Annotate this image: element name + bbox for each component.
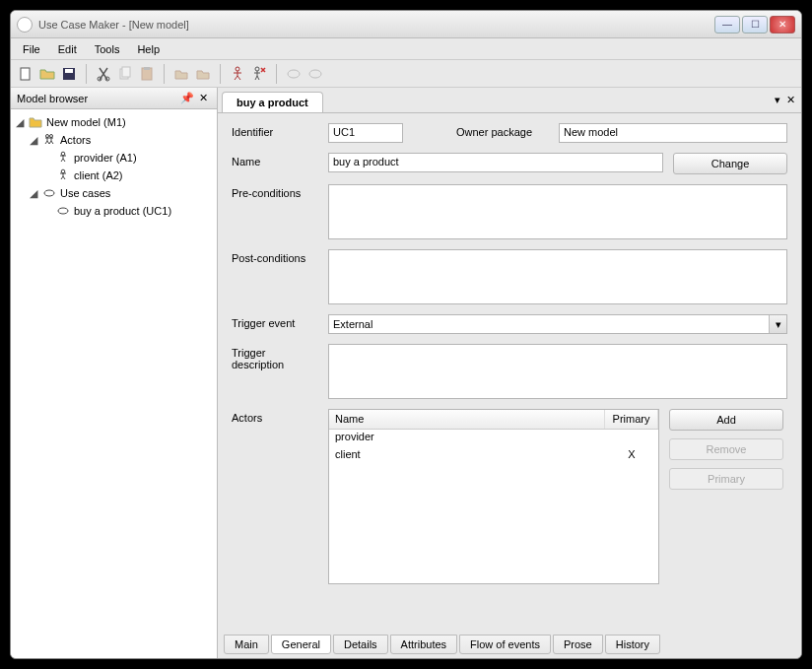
label-owner-package: Owner package xyxy=(456,123,549,138)
owner-package-field[interactable]: New model xyxy=(559,123,787,143)
actor-icon xyxy=(56,168,70,182)
close-button[interactable]: ✕ xyxy=(770,16,795,33)
primary-button: Primary xyxy=(669,468,783,490)
trigger-event-select[interactable]: External ▾ xyxy=(328,314,787,334)
folder-icon xyxy=(29,115,42,129)
actor-icon[interactable] xyxy=(229,65,246,83)
menu-edit[interactable]: Edit xyxy=(52,41,83,57)
tree-expander[interactable]: ◢ xyxy=(15,116,25,129)
svg-rect-0 xyxy=(21,68,30,80)
grid-cell-name[interactable]: provider xyxy=(329,430,605,447)
svg-point-11 xyxy=(288,70,300,78)
change-button[interactable]: Change xyxy=(673,153,787,174)
grid-header-primary[interactable]: Primary xyxy=(605,410,658,429)
menu-file[interactable]: File xyxy=(17,41,46,57)
svg-point-12 xyxy=(309,70,321,78)
tree-expander[interactable]: ◢ xyxy=(29,187,38,200)
copy-icon[interactable] xyxy=(116,65,134,83)
tab-attributes[interactable]: Attributes xyxy=(390,635,457,654)
label-actors: Actors xyxy=(232,409,318,424)
name-field[interactable]: buy a product xyxy=(328,153,663,172)
sidebar-close-icon[interactable]: ✕ xyxy=(195,91,211,106)
package-icon[interactable] xyxy=(172,65,190,83)
postconditions-textarea[interactable] xyxy=(328,249,787,304)
toolbar xyxy=(11,60,801,88)
menu-help[interactable]: Help xyxy=(131,41,166,57)
main-tab[interactable]: buy a product xyxy=(222,92,323,112)
tab-close-icon[interactable]: ✕ xyxy=(786,94,795,106)
usecase-icon xyxy=(42,186,56,200)
usecase-icon xyxy=(56,204,70,218)
actors-grid[interactable]: Name Primary provider client X xyxy=(328,409,659,584)
actors-icon xyxy=(42,133,56,147)
svg-rect-8 xyxy=(144,67,150,70)
trigger-description-textarea[interactable] xyxy=(328,344,787,399)
tab-prose[interactable]: Prose xyxy=(553,635,603,654)
svg-rect-2 xyxy=(65,69,73,73)
menu-tools[interactable]: Tools xyxy=(89,41,126,57)
label-postconditions: Post-conditions xyxy=(232,249,318,264)
tab-history[interactable]: History xyxy=(605,635,660,654)
maximize-button[interactable]: ☐ xyxy=(742,16,768,33)
sidebar-title: Model browser xyxy=(17,93,179,104)
package2-icon[interactable] xyxy=(194,65,212,83)
svg-point-18 xyxy=(58,208,68,214)
label-preconditions: Pre-conditions xyxy=(232,184,318,199)
svg-point-9 xyxy=(236,67,239,71)
identifier-field[interactable]: UC1 xyxy=(328,123,403,143)
menu-bar: File Edit Tools Help xyxy=(11,38,801,60)
tab-general[interactable]: General xyxy=(271,635,331,654)
window-title: Use Case Maker - [New model] xyxy=(38,19,714,31)
grid-header-name[interactable]: Name xyxy=(329,410,605,429)
trigger-event-value: External xyxy=(333,318,372,330)
grid-cell-primary[interactable]: X xyxy=(605,447,658,465)
usecase-icon[interactable] xyxy=(285,65,303,83)
tree-expander[interactable]: ◢ xyxy=(29,134,38,147)
delete-actor-icon[interactable] xyxy=(250,65,268,83)
open-icon[interactable] xyxy=(38,65,56,83)
label-trigger-event: Trigger event xyxy=(232,314,318,329)
remove-button: Remove xyxy=(669,438,783,460)
grid-cell-name[interactable]: client xyxy=(329,447,605,465)
tree-node-actors[interactable]: Actors xyxy=(60,134,91,146)
usecase2-icon[interactable] xyxy=(306,65,324,83)
svg-point-17 xyxy=(44,190,54,196)
svg-point-10 xyxy=(255,67,259,71)
tab-dropdown-icon[interactable]: ▾ xyxy=(775,94,780,106)
label-name: Name xyxy=(232,153,318,167)
label-trigger-description: Trigger description xyxy=(232,344,318,370)
add-button[interactable]: Add xyxy=(669,409,783,431)
minimize-button[interactable]: — xyxy=(714,16,740,33)
tree-node-actor-client[interactable]: client (A2) xyxy=(74,169,123,181)
preconditions-textarea[interactable] xyxy=(328,184,787,239)
new-icon[interactable] xyxy=(17,65,34,83)
model-browser-tree[interactable]: ◢ New model (M1) ◢ Actors provider (A1) … xyxy=(11,109,217,658)
cut-icon[interactable] xyxy=(95,65,112,83)
dropdown-icon[interactable]: ▾ xyxy=(769,315,786,333)
tree-node-uc1[interactable]: buy a product (UC1) xyxy=(74,205,171,217)
label-identifier: Identifier xyxy=(232,123,318,138)
bottom-tabs: Main General Details Attributes Flow of … xyxy=(218,633,801,658)
tree-node-usecases[interactable]: Use cases xyxy=(60,187,110,199)
pin-icon[interactable]: 📌 xyxy=(179,91,195,106)
tree-node-actor-provider[interactable]: provider (A1) xyxy=(74,152,137,164)
tab-flow[interactable]: Flow of events xyxy=(459,635,551,654)
svg-rect-6 xyxy=(122,67,130,77)
app-icon xyxy=(17,17,33,33)
tree-node-model[interactable]: New model (M1) xyxy=(46,116,126,128)
tab-main[interactable]: Main xyxy=(224,635,269,654)
grid-cell-primary[interactable] xyxy=(605,430,658,447)
save-icon[interactable] xyxy=(60,65,78,83)
actor-icon xyxy=(56,151,70,165)
tab-details[interactable]: Details xyxy=(333,635,388,654)
paste-icon[interactable] xyxy=(138,65,156,83)
